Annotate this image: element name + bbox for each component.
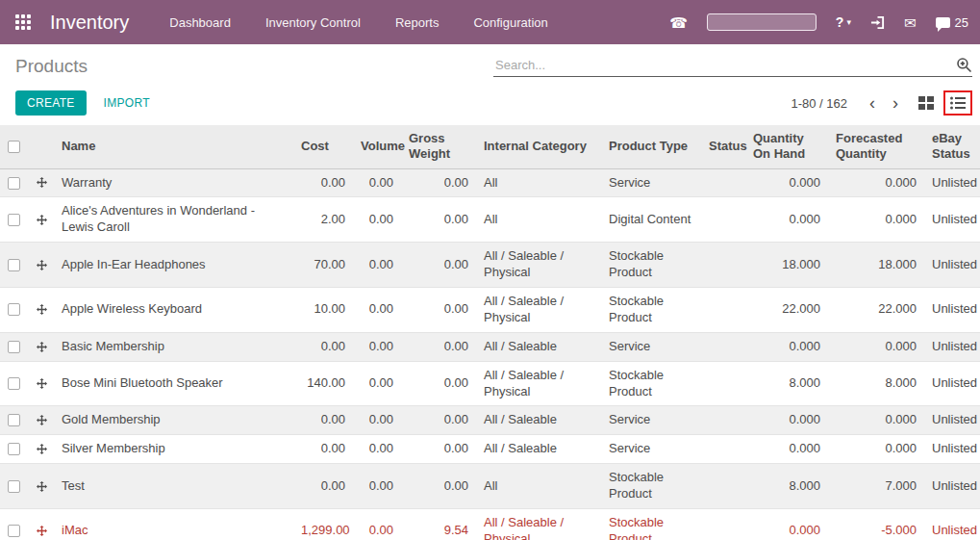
header-status[interactable]: Status [701, 125, 745, 168]
cell-name[interactable]: iMac [54, 508, 293, 540]
cell-cost[interactable]: 0.00 [293, 435, 353, 464]
cell-forecasted-quantity[interactable]: 0.000 [828, 435, 924, 464]
row-checkbox[interactable] [8, 303, 20, 316]
cell-volume[interactable]: 0.00 [353, 332, 401, 361]
cell-volume[interactable]: 0.00 [353, 406, 401, 435]
drag-handle-icon[interactable] [37, 304, 46, 315]
cell-name[interactable]: Warranty [54, 168, 293, 197]
cell-forecasted-quantity[interactable]: 18.000 [828, 243, 924, 288]
user-menu-redacted[interactable] [707, 13, 817, 31]
help-menu[interactable]: ?▾ [836, 14, 851, 30]
cell-status[interactable] [701, 197, 745, 243]
nav-item-dashboard[interactable]: Dashboard [169, 15, 231, 30]
cell-cost[interactable]: 0.00 [293, 332, 353, 361]
cell-ebay-status[interactable]: Unlisted [924, 464, 980, 509]
phone-icon[interactable]: ☎ [669, 15, 688, 30]
cell-name[interactable]: Silver Membership [54, 435, 293, 464]
drag-handle-icon[interactable] [37, 378, 46, 389]
drag-handle-icon[interactable] [37, 260, 46, 270]
cell-gross-weight[interactable]: 0.00 [401, 332, 476, 361]
cell-quantity-on-hand[interactable]: 22.000 [745, 287, 828, 332]
cell-quantity-on-hand[interactable]: 0.000 [745, 508, 828, 540]
cell-gross-weight[interactable]: 0.00 [401, 168, 476, 197]
header-internal-category[interactable]: Internal Category [476, 125, 601, 168]
cell-internal-category[interactable]: All [476, 168, 601, 197]
cell-cost[interactable]: 0.00 [293, 464, 353, 509]
header-gross-weight[interactable]: Gross Weight [401, 125, 476, 168]
sign-in-icon[interactable] [870, 15, 885, 30]
cell-name[interactable]: Basic Membership [54, 332, 293, 361]
cell-forecasted-quantity[interactable]: 22.000 [828, 287, 924, 332]
table-row[interactable]: iMac1,299.000.009.54All / Saleable / Phy… [0, 508, 980, 540]
cell-ebay-status[interactable]: Unlisted [924, 332, 980, 361]
cell-gross-weight[interactable]: 0.00 [401, 361, 476, 406]
cell-forecasted-quantity[interactable]: -5.000 [828, 508, 924, 540]
cell-ebay-status[interactable]: Unlisted [924, 361, 980, 406]
cell-volume[interactable]: 0.00 [353, 464, 401, 509]
cell-name[interactable]: Gold Membership [54, 406, 293, 435]
search-magnifier-icon[interactable] [956, 57, 972, 73]
app-title[interactable]: Inventory [50, 12, 129, 34]
cell-ebay-status[interactable]: Unlisted [924, 168, 980, 197]
cell-internal-category[interactable]: All / Saleable / Physical [476, 508, 601, 540]
cell-volume[interactable]: 0.00 [353, 361, 401, 406]
cell-forecasted-quantity[interactable]: 0.000 [828, 168, 924, 197]
table-row[interactable]: Basic Membership0.000.000.00All / Saleab… [0, 332, 980, 361]
cell-quantity-on-hand[interactable]: 0.000 [745, 168, 828, 197]
import-link[interactable]: IMPORT [104, 96, 150, 110]
cell-status[interactable] [701, 243, 745, 288]
cell-product-type[interactable]: Stockable Product [601, 464, 701, 509]
nav-item-reports[interactable]: Reports [395, 15, 440, 30]
cell-cost[interactable]: 0.00 [293, 168, 353, 197]
header-cost[interactable]: Cost [293, 125, 353, 168]
cell-volume[interactable]: 0.00 [353, 197, 401, 243]
cell-status[interactable] [701, 287, 745, 332]
header-product-type[interactable]: Product Type [601, 125, 701, 168]
cell-volume[interactable]: 0.00 [353, 287, 401, 332]
cell-volume[interactable]: 0.00 [353, 435, 401, 464]
cell-product-type[interactable]: Digital Content [601, 197, 701, 243]
cell-forecasted-quantity[interactable]: 0.000 [828, 197, 924, 243]
cell-internal-category[interactable]: All / Saleable / Physical [476, 287, 601, 332]
cell-forecasted-quantity[interactable]: 7.000 [828, 464, 924, 509]
table-row[interactable]: Warranty0.000.000.00AllService0.0000.000… [0, 168, 980, 197]
cell-internal-category[interactable]: All / Saleable / Physical [476, 243, 601, 288]
cell-product-type[interactable]: Stockable Product [601, 243, 701, 288]
cell-status[interactable] [701, 406, 745, 435]
cell-quantity-on-hand[interactable]: 0.000 [745, 332, 828, 361]
cell-cost[interactable]: 2.00 [293, 197, 353, 243]
cell-gross-weight[interactable]: 0.00 [401, 287, 476, 332]
cell-product-type[interactable]: Service [601, 168, 701, 197]
cell-status[interactable] [701, 332, 745, 361]
table-row[interactable]: Alice's Adventures in Wonderland - Lewis… [0, 197, 980, 243]
cell-ebay-status[interactable]: Unlisted [924, 197, 980, 243]
cell-forecasted-quantity[interactable]: 8.000 [828, 361, 924, 406]
cell-product-type[interactable]: Service [601, 435, 701, 464]
nav-item-inventory-control[interactable]: Inventory Control [265, 15, 361, 30]
cell-ebay-status[interactable]: Unlisted [924, 243, 980, 288]
cell-internal-category[interactable]: All / Saleable [476, 406, 601, 435]
mail-icon[interactable]: ✉ [904, 15, 917, 30]
cell-gross-weight[interactable]: 0.00 [401, 406, 476, 435]
cell-gross-weight[interactable]: 0.00 [401, 464, 476, 509]
create-button[interactable]: CREATE [15, 90, 87, 116]
table-row[interactable]: Apple In-Ear Headphones70.000.000.00All … [0, 243, 980, 288]
header-name[interactable]: Name [54, 125, 293, 168]
cell-product-type[interactable]: Stockable Product [601, 361, 701, 406]
cell-gross-weight[interactable]: 0.00 [401, 243, 476, 288]
drag-handle-icon[interactable] [37, 444, 46, 454]
cell-cost[interactable]: 10.00 [293, 287, 353, 332]
cell-ebay-status[interactable]: Unlisted [924, 435, 980, 464]
cell-quantity-on-hand[interactable]: 8.000 [745, 361, 828, 406]
cell-product-type[interactable]: Service [601, 332, 701, 361]
cell-internal-category[interactable]: All [476, 464, 601, 509]
cell-quantity-on-hand[interactable]: 18.000 [745, 243, 828, 288]
table-row[interactable]: Bose Mini Bluetooth Speaker140.000.000.0… [0, 361, 980, 406]
cell-gross-weight[interactable]: 0.00 [401, 197, 476, 243]
drag-handle-icon[interactable] [37, 177, 46, 188]
cell-gross-weight[interactable]: 0.00 [401, 435, 476, 464]
apps-grid-icon[interactable] [15, 14, 31, 30]
cell-product-type[interactable]: Stockable Product [601, 287, 701, 332]
cell-gross-weight[interactable]: 9.54 [401, 508, 476, 540]
header-ebay-status[interactable]: eBay Status [924, 125, 980, 168]
